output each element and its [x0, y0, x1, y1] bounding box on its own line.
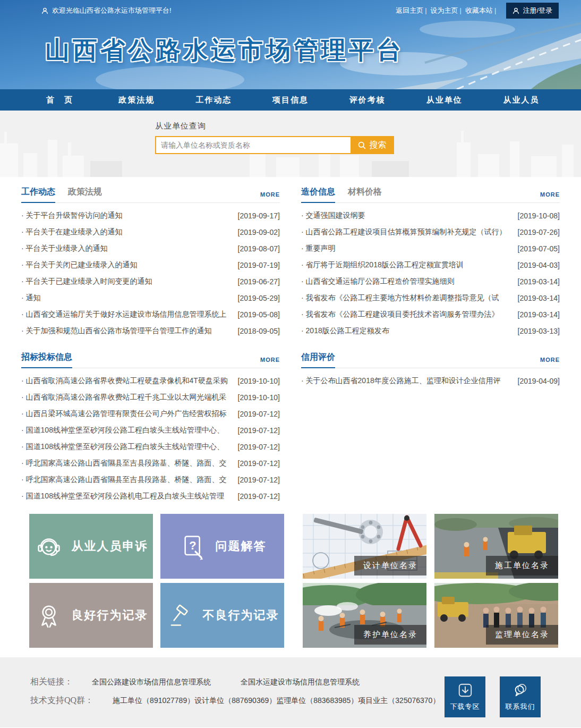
nav-item[interactable]: 首 页 — [21, 89, 98, 111]
login-button[interactable]: 注册/登录 — [506, 3, 559, 19]
news-item[interactable]: 山西省取消高速公路省界收费站工程千兆工业以太网光端机采 [2019-10-10] — [21, 389, 280, 405]
news-item[interactable]: 重要声明 [2019-07-05] — [301, 240, 560, 257]
news-item[interactable]: 关于平台升级暂停访问的通知 [2019-09-17] — [21, 207, 280, 224]
news-item[interactable]: 国道108线神堂堡至砂河段公路机电工程及白坡头主线站管理 [2019-07-12… — [21, 488, 280, 504]
news-item[interactable]: 通知 [2019-05-29] — [21, 290, 280, 306]
search-box: 搜索 — [155, 136, 394, 154]
site-title: 山西省公路水运市场管理平台 — [45, 34, 581, 67]
site-banner: 欢迎光临山西省公路水运市场管理平台! 返回主页设为主页收藏本站 注册/登录 山西… — [0, 0, 581, 89]
more-link[interactable]: MORE — [540, 191, 560, 198]
nav-item[interactable]: 从业单位 — [406, 89, 483, 111]
search-button[interactable]: 搜索 — [351, 137, 393, 153]
section-header: 招标投标信息 MORE — [21, 352, 280, 368]
nav-item[interactable]: 工作动态 — [175, 89, 252, 111]
news-title[interactable]: 我省发布《公路工程主要地方性材料价差调整指导意见（试 — [301, 293, 515, 303]
news-title[interactable]: 国道108线神堂堡至砂河段公路机电工程及白坡头主线站管理 — [21, 492, 235, 501]
news-title[interactable]: 山西省交通运输厅关于做好水运建设市场信用信息管理系统上 — [21, 310, 235, 319]
news-item[interactable]: 我省发布《公路工程主要地方性材料价差调整指导意见（试 [2019-03-14] — [301, 290, 560, 306]
news-title[interactable]: 平台关于业绩录入的通知 — [21, 244, 235, 253]
main-nav: 首 页政策法规工作动态项目信息评价考核从业单位从业人员 — [0, 89, 581, 111]
news-date: [2019-07-12] — [238, 492, 280, 501]
nav-item[interactable]: 评价考核 — [329, 89, 406, 111]
nav-item[interactable]: 从业人员 — [483, 89, 560, 111]
design-units-directory[interactable]: 设计单位名录 — [303, 514, 426, 579]
related-link[interactable]: 全国公路建设市场信用信息管理系统 — [92, 678, 211, 686]
more-link[interactable]: MORE — [540, 357, 560, 363]
news-item[interactable]: 山西省交通运输厅关于做好水运建设市场信用信息管理系统上 [2019-05-08] — [21, 306, 280, 323]
news-item[interactable]: 呼北国家高速公路山西省隰县至吉县段路基、桥隧、路面、交 [2019-07-12] — [21, 471, 280, 488]
topbar-link[interactable]: 返回主页 — [396, 6, 430, 14]
news-item[interactable]: 关于公布山西省2018年度公路施工、监理和设计企业信用评 [2019-04-09… — [301, 373, 560, 389]
news-item[interactable]: 交通强国建设纲要 [2019-10-08] — [301, 207, 560, 224]
topbar-link[interactable]: 收藏本站 — [465, 6, 500, 14]
news-item[interactable]: 山西省交通运输厅公路工程造价管理实施细则 [2019-03-14] — [301, 273, 560, 290]
news-item[interactable]: 国道108线神堂堡至砂河段公路工程白坡头主线站管理中心、 [2019-07-12… — [21, 438, 280, 455]
news-item[interactable]: 关于加强和规范山西省公路市场管理平台管理工作的通知 [2018-09-05] — [21, 323, 280, 339]
tile-personnel-appeal[interactable]: 从业人员申诉 — [29, 514, 153, 579]
news-title[interactable]: 呼北国家高速公路山西省隰县至吉县段路基、桥隧、路面、交 — [21, 459, 235, 468]
news-item[interactable]: 平台关于关闭已建业绩录入的通知 [2019-07-19] — [21, 257, 280, 273]
news-title[interactable]: 呼北国家高速公路山西省隰县至吉县段路基、桥隧、路面、交 — [21, 475, 235, 485]
nav-item[interactable]: 政策法规 — [98, 89, 175, 111]
search-input[interactable] — [156, 137, 351, 153]
maintenance-units-directory[interactable]: 养护单位名录 — [303, 583, 426, 648]
tab-cost-info[interactable]: 造价信息 — [301, 187, 335, 198]
news-date: [2018-09-05] — [238, 327, 280, 335]
news-item[interactable]: 我省发布《公路工程建设项目委托技术咨询服务管理办法》 [2019-03-14] — [301, 306, 560, 323]
news-title[interactable]: 我省发布《公路工程建设项目委托技术咨询服务管理办法》 — [301, 310, 515, 319]
more-link[interactable]: MORE — [260, 191, 280, 198]
news-date: [2019-10-08] — [518, 211, 560, 220]
news-title[interactable]: 关于平台升级暂停访问的通知 — [21, 211, 235, 221]
news-item[interactable]: 山西吕梁环城高速公路管理有限责任公司户外广告经营权招标 [2019-07-12] — [21, 405, 280, 422]
news-item[interactable]: 平台关于业绩录入的通知 [2019-08-07] — [21, 240, 280, 257]
topbar-link[interactable]: 设为主页 — [431, 6, 465, 14]
tile-question-answer[interactable]: ? 问题解答 — [160, 514, 284, 579]
news-item[interactable]: 2018版公路工程定额发布 [2019-03-13] — [301, 323, 560, 339]
tab-work-news[interactable]: 工作动态 — [21, 187, 55, 198]
news-item[interactable]: 山西省公路工程建设项目估算概算预算编制补充规定（试行） [2019-07-26] — [301, 224, 560, 240]
tile-good-behavior[interactable]: 良好行为记录 — [29, 583, 153, 648]
news-title[interactable]: 关于加强和规范山西省公路市场管理平台管理工作的通知 — [21, 326, 235, 336]
news-title[interactable]: 山西省取消高速公路省界收费站工程千兆工业以太网光端机采 — [21, 393, 235, 402]
news-item[interactable]: 平台关于已建业绩录入时间变更的通知 [2019-06-27] — [21, 273, 280, 290]
qq-support-label: 技术支持QQ群： — [30, 695, 93, 706]
tile-label: 良好行为记录 — [72, 607, 148, 623]
news-title[interactable]: 2018版公路工程定额发布 — [301, 326, 515, 336]
nav-item[interactable]: 项目信息 — [252, 89, 329, 111]
news-title[interactable]: 国道108线神堂堡至砂河段公路工程白坡头主线站管理中心、 — [21, 426, 235, 435]
news-title[interactable]: 省厅将于近期组织2018版公路工程定额宣贯培训 — [301, 260, 515, 270]
news-title[interactable]: 交通强国建设纲要 — [301, 211, 515, 221]
news-date: [2019-06-27] — [238, 277, 280, 286]
news-title[interactable]: 关于公布山西省2018年度公路施工、监理和设计企业信用评 — [301, 376, 515, 386]
news-title[interactable]: 山西省交通运输厅公路工程造价管理实施细则 — [301, 277, 515, 286]
news-title[interactable]: 山西省取消高速公路省界收费站工程硬盘录像机和4T硬盘采购 — [21, 376, 235, 386]
news-title[interactable]: 重要声明 — [301, 244, 515, 253]
news-item[interactable]: 国道108线神堂堡至砂河段公路工程白坡头主线站管理中心、 [2019-07-12… — [21, 422, 280, 438]
news-title[interactable]: 山西省公路工程建设项目估算概算预算编制补充规定（试行） — [301, 227, 515, 237]
welcome-text: 欢迎光临山西省公路水运市场管理平台! — [52, 6, 172, 15]
news-title[interactable]: 平台关于已建业绩录入时间变更的通知 — [21, 277, 235, 286]
tab-material-price[interactable]: 材料价格 — [348, 187, 382, 198]
download-zone-button[interactable]: 下载专区 — [445, 676, 485, 717]
more-link[interactable]: MORE — [260, 357, 280, 363]
supervision-units-directory[interactable]: 监理单位名录 — [434, 583, 558, 648]
construction-units-directory[interactable]: 施工单位名录 — [434, 514, 558, 579]
news-title[interactable]: 通知 — [21, 293, 235, 303]
directory-photo-grid: 设计单位名录 施工单位名录 — [303, 514, 558, 648]
news-item[interactable]: 平台关于在建业绩录入的通知 [2019-09-02] — [21, 224, 280, 240]
footer-buttons: 下载专区 联系我们 — [445, 676, 541, 717]
related-link[interactable]: 全国水运建设市场信用信息管理系统 — [241, 678, 360, 686]
main-content: 工作动态 政策法规 MORE 关于平台升级暂停访问的通知 [2019-09-17… — [21, 177, 560, 648]
news-title[interactable]: 山西吕梁环城高速公路管理有限责任公司户外广告经营权招标 — [21, 409, 235, 419]
news-title[interactable]: 平台关于在建业绩录入的通知 — [21, 227, 235, 237]
tab-policy[interactable]: 政策法规 — [68, 187, 102, 198]
news-title[interactable]: 国道108线神堂堡至砂河段公路工程白坡头主线站管理中心、 — [21, 442, 235, 452]
news-title[interactable]: 平台关于关闭已建业绩录入的通知 — [21, 260, 235, 270]
news-date: [2019-04-03] — [518, 261, 560, 269]
tile-bad-behavior[interactable]: 不良行为记录 — [160, 583, 284, 648]
news-item[interactable]: 省厅将于近期组织2018版公路工程定额宣贯培训 [2019-04-03] — [301, 257, 560, 273]
news-item[interactable]: 呼北国家高速公路山西省隰县至吉县段路基、桥隧、路面、交 [2019-07-12] — [21, 455, 280, 471]
contact-us-button[interactable]: 联系我们 — [500, 676, 541, 717]
credit-title: 信用评价 — [301, 352, 335, 363]
news-item[interactable]: 山西省取消高速公路省界收费站工程硬盘录像机和4T硬盘采购 [2019-10-10… — [21, 373, 280, 389]
